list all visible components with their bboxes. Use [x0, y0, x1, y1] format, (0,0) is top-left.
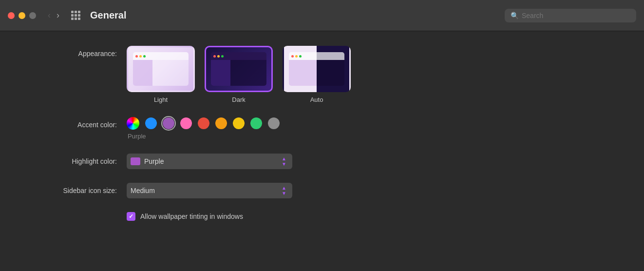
wallpaper-tinting-label: Allow wallpaper tinting in windows [140, 213, 243, 220]
appearance-options: Light [127, 46, 351, 103]
grid-dot [78, 14, 80, 17]
search-icon: 🔍 [511, 12, 519, 19]
appearance-option-dark[interactable]: Dark [205, 46, 273, 103]
page-title: General [90, 10, 499, 21]
thumb-dot-yellow [139, 55, 142, 58]
thumb-inner-dark [206, 47, 271, 91]
app-grid-button[interactable] [71, 11, 80, 20]
accent-colors [127, 117, 280, 130]
thumb-dot-yellow-auto [295, 55, 298, 58]
nav-arrows: ‹ › [46, 9, 61, 21]
close-button[interactable] [8, 12, 15, 19]
accent-swatch-graphite[interactable] [268, 117, 280, 129]
thumb-dot-red-dark [213, 55, 216, 58]
grid-dot [75, 18, 77, 20]
thumb-body-dark [211, 60, 266, 86]
sidebar-icon-size-select[interactable]: Medium ▲ ▼ [127, 183, 292, 198]
sidebar-icon-size-label: Sidebar icon size: [19, 183, 127, 194]
thumb-inner-light [128, 47, 193, 91]
thumb-window-light [133, 52, 189, 86]
accent-color-label: Accent color: [19, 117, 127, 129]
accent-swatch-pink[interactable] [180, 117, 192, 129]
grid-dot [78, 18, 80, 20]
grid-dot [75, 11, 77, 13]
wallpaper-tinting-checkbox-row: ✓ Allow wallpaper tinting in windows [127, 212, 243, 221]
chevron-down-icon: ▼ [282, 191, 286, 196]
appearance-thumb-auto [283, 46, 351, 92]
accent-color-row: Accent color: Purple [19, 117, 625, 140]
appearance-label: Appearance: [19, 46, 127, 58]
minimize-button[interactable] [19, 12, 25, 19]
titlebar: ‹ › General 🔍 [0, 0, 644, 31]
accent-section: Purple [127, 117, 280, 140]
chevron-down-icon: ▼ [282, 161, 286, 167]
thumb-titlebar-light [133, 52, 189, 60]
appearance-option-auto[interactable]: Auto [283, 46, 351, 103]
sidebar-icon-size-value: Medium [131, 187, 155, 194]
window-controls [8, 12, 36, 19]
thumb-body-light [133, 60, 189, 86]
wallpaper-row-spacer [19, 212, 127, 216]
thumb-titlebar-auto-left [289, 52, 344, 60]
accent-swatch-orange[interactable] [215, 117, 227, 129]
thumb-titlebar-dark [211, 52, 266, 60]
sidebar-select-left: Medium [131, 187, 155, 194]
highlight-color-row: Highlight color: Purple ▲ ▼ [19, 154, 625, 169]
accent-swatch-red[interactable] [198, 117, 209, 129]
thumb-dot-red-auto [291, 55, 294, 58]
appearance-row: Appearance: [19, 46, 625, 103]
grid-dot [71, 14, 74, 17]
thumb-dot-yellow-dark [217, 55, 220, 58]
appearance-option-label-auto: Auto [310, 96, 323, 103]
grid-dot [75, 14, 77, 17]
thumb-sidebar-dark [211, 60, 230, 86]
highlight-color-select[interactable]: Purple ▲ ▼ [127, 154, 292, 169]
thumb-dot-green [143, 55, 146, 58]
thumb-dot-green-auto [299, 55, 302, 58]
thumb-auto-left [289, 60, 317, 86]
grid-dot [71, 18, 74, 20]
fullscreen-button[interactable] [29, 12, 36, 19]
accent-swatch-yellow[interactable] [233, 117, 245, 129]
appearance-thumb-dark [205, 46, 273, 92]
thumb-window-dark [211, 52, 266, 86]
grid-dot [78, 11, 80, 13]
accent-selected-name: Purple [127, 133, 280, 140]
thumb-inner-auto [284, 47, 349, 91]
highlight-color-value: Purple [144, 157, 164, 165]
appearance-thumb-light [127, 46, 195, 92]
sidebar-icon-size-row: Sidebar icon size: Medium ▲ ▼ [19, 183, 625, 198]
chevron-up-icon: ▲ [282, 185, 286, 191]
thumb-auto-right [317, 60, 344, 86]
accent-swatch-multicolor[interactable] [127, 117, 139, 130]
appearance-option-label-light: Light [154, 96, 168, 103]
highlight-select-left: Purple [131, 157, 164, 165]
highlight-color-preview [131, 157, 140, 165]
accent-swatch-purple[interactable] [163, 117, 174, 129]
thumb-sidebar-light [133, 60, 152, 86]
chevron-up-icon: ▲ [282, 156, 286, 161]
checkmark-icon: ✓ [129, 213, 133, 220]
thumb-dot-red [135, 55, 138, 58]
forward-button[interactable]: › [55, 9, 61, 21]
search-box[interactable]: 🔍 [505, 9, 636, 22]
highlight-select-arrows: ▲ ▼ [280, 156, 288, 167]
accent-swatch-green[interactable] [250, 117, 262, 129]
sidebar-select-arrows: ▲ ▼ [280, 185, 288, 196]
accent-swatch-blue[interactable] [145, 117, 157, 129]
back-button[interactable]: ‹ [46, 9, 53, 21]
thumb-window-auto [289, 52, 344, 86]
search-input[interactable] [522, 12, 630, 19]
grid-dot [71, 11, 74, 13]
wallpaper-tinting-checkbox[interactable]: ✓ [127, 212, 135, 221]
appearance-option-light[interactable]: Light [127, 46, 195, 103]
thumb-dot-green-dark [221, 55, 224, 58]
highlight-color-label: Highlight color: [19, 154, 127, 165]
appearance-option-label-dark: Dark [232, 96, 245, 103]
settings-content: Appearance: [0, 31, 644, 235]
wallpaper-tinting-row: ✓ Allow wallpaper tinting in windows [19, 212, 625, 221]
